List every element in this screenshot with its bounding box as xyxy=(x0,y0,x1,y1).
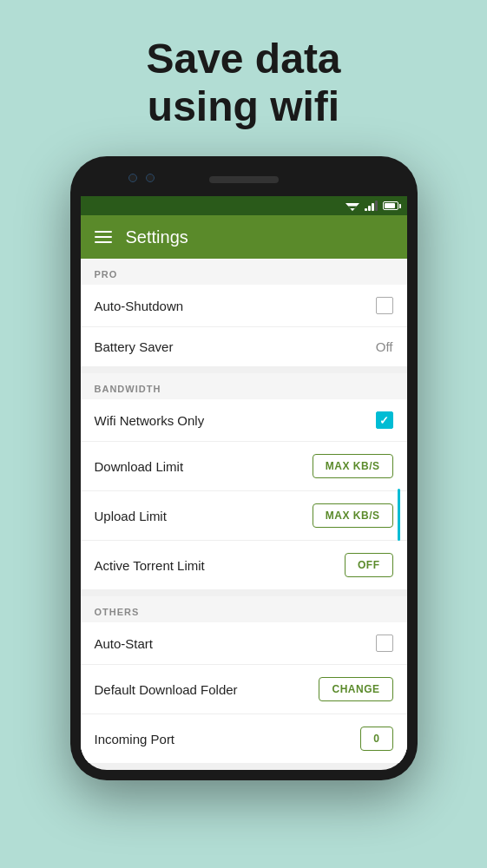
speaker xyxy=(209,176,279,183)
download-folder-label: Default Download Folder xyxy=(95,682,238,697)
section-bandwidth: BANDWIDTH Wifi Networks Only Download Li… xyxy=(81,373,407,589)
setting-row-upload-limit: Upload Limit MAX KB/S xyxy=(81,491,407,541)
download-folder-button[interactable]: CHANGE xyxy=(319,677,392,701)
setting-row-battery-saver[interactable]: Battery Saver Off xyxy=(81,327,407,366)
download-limit-label: Download Limit xyxy=(95,459,184,474)
setting-row-auto-shutdown: Auto-Shutdown xyxy=(81,285,407,327)
hero-title-line1: Save data xyxy=(0,35,487,82)
auto-shutdown-checkbox[interactable] xyxy=(376,297,393,314)
hero-section: Save data using wifi xyxy=(0,0,487,156)
battery-saver-value: Off xyxy=(376,339,393,354)
hero-title-line2: using wifi xyxy=(0,82,487,130)
setting-row-wifi-networks: Wifi Networks Only xyxy=(81,399,407,442)
battery-saver-label: Battery Saver xyxy=(95,339,174,354)
incoming-port-button[interactable]: 0 xyxy=(360,727,392,751)
section-others-header: OTHERS xyxy=(81,596,407,622)
camera-dot-2 xyxy=(146,174,155,182)
signal-bars xyxy=(365,201,378,211)
wifi-networks-label: Wifi Networks Only xyxy=(95,413,205,428)
active-torrent-button[interactable]: OFF xyxy=(345,553,393,577)
wifi-status-icon xyxy=(346,201,359,211)
upload-limit-label: Upload Limit xyxy=(95,509,167,523)
download-limit-button[interactable]: MAX KB/S xyxy=(313,454,393,478)
wifi-networks-checkbox[interactable] xyxy=(376,411,393,429)
active-torrent-label: Active Torrent Limit xyxy=(95,558,205,573)
auto-start-checkbox[interactable] xyxy=(376,635,393,652)
setting-row-download-folder: Default Download Folder CHANGE xyxy=(81,665,407,714)
setting-row-download-limit: Download Limit MAX KB/S xyxy=(81,442,407,491)
phone-top-bar xyxy=(81,167,407,193)
setting-row-active-torrent: Active Torrent Limit OFF xyxy=(81,541,407,589)
auto-start-label: Auto-Start xyxy=(95,636,154,651)
setting-row-incoming-port: Incoming Port 0 xyxy=(81,714,407,763)
phone-frame: Settings PRO Auto-Shutdown Battery Saver… xyxy=(70,156,418,780)
app-bar: Settings xyxy=(81,215,407,259)
upload-limit-button[interactable]: MAX KB/S xyxy=(313,503,393,528)
camera-dot-1 xyxy=(128,174,137,182)
section-others: OTHERS Auto-Start Default Download Folde… xyxy=(81,596,407,763)
scrollbar-indicator xyxy=(398,489,400,541)
hamburger-menu-button[interactable] xyxy=(95,231,112,243)
screen-content: PRO Auto-Shutdown Battery Saver Off BAND… xyxy=(81,259,407,770)
battery-status-icon xyxy=(383,201,398,210)
svg-marker-2 xyxy=(350,208,354,211)
section-bandwidth-header: BANDWIDTH xyxy=(81,373,407,399)
auto-shutdown-label: Auto-Shutdown xyxy=(95,299,184,313)
section-pro-header: PRO xyxy=(81,259,407,285)
app-bar-title: Settings xyxy=(126,227,188,247)
section-pro: PRO Auto-Shutdown Battery Saver Off xyxy=(81,259,407,366)
phone-screen: Settings PRO Auto-Shutdown Battery Saver… xyxy=(81,196,407,770)
setting-row-auto-start: Auto-Start xyxy=(81,622,407,665)
camera-dots xyxy=(128,174,155,182)
status-bar xyxy=(81,196,407,215)
phone-wrapper: Settings PRO Auto-Shutdown Battery Saver… xyxy=(0,156,487,780)
incoming-port-label: Incoming Port xyxy=(95,732,175,746)
